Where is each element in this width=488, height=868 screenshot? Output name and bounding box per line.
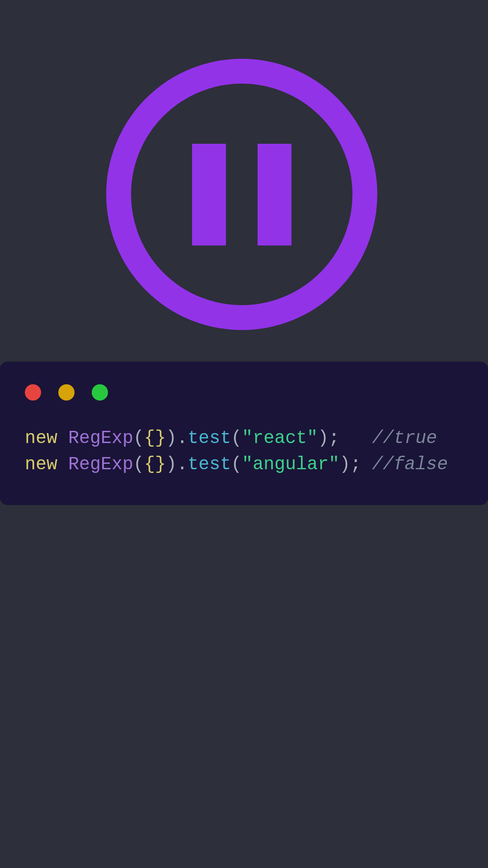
- paren: (: [133, 454, 144, 475]
- code-window: new RegExp({}).test("react"); //true new…: [0, 362, 488, 505]
- paren: (: [133, 428, 144, 448]
- pause-bar-left: [192, 144, 226, 245]
- spacing: [339, 428, 372, 448]
- comment-false: //false: [372, 454, 448, 475]
- brace: }: [155, 428, 166, 448]
- dot: .: [177, 454, 188, 475]
- brace: }: [155, 454, 166, 475]
- traffic-lights: [25, 384, 463, 401]
- dot: .: [177, 428, 188, 448]
- paren: (: [231, 428, 242, 448]
- string-angular: "angular": [242, 454, 339, 475]
- method-test: test: [188, 428, 231, 448]
- brace: {: [144, 428, 155, 448]
- minimize-dot-icon[interactable]: [58, 384, 75, 401]
- close-dot-icon[interactable]: [25, 384, 41, 401]
- code-block: new RegExp({}).test("react"); //true new…: [25, 425, 463, 478]
- keyword-new: new: [25, 454, 57, 475]
- paren: (: [231, 454, 242, 475]
- maximize-dot-icon[interactable]: [92, 384, 108, 401]
- paren: ): [318, 428, 328, 448]
- comment-true: //true: [372, 428, 437, 448]
- paren: ): [339, 454, 350, 475]
- keyword-new: new: [25, 428, 57, 448]
- paren: ): [166, 428, 177, 448]
- brace: {: [144, 454, 155, 475]
- string-react: "react": [242, 428, 318, 448]
- semicolon: ;: [328, 428, 339, 448]
- class-regexp: RegExp: [68, 454, 133, 475]
- class-regexp: RegExp: [68, 428, 133, 448]
- pause-icon[interactable]: [106, 59, 377, 330]
- spacing: [361, 454, 372, 475]
- method-test: test: [188, 454, 231, 475]
- pause-bar-right: [258, 144, 291, 245]
- paren: ): [166, 454, 177, 475]
- semicolon: ;: [350, 454, 361, 475]
- pause-circle-outline: [106, 59, 377, 330]
